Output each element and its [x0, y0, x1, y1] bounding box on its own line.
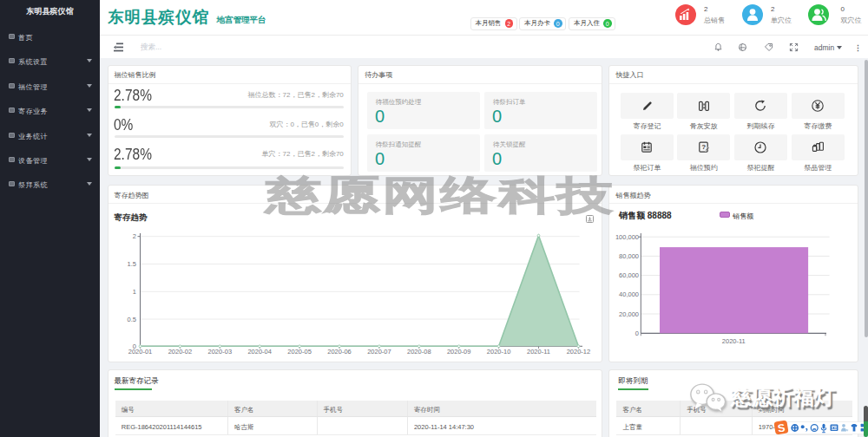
- svg-text:2020-03: 2020-03: [207, 348, 232, 355]
- svg-text:60,000: 60,000: [619, 271, 639, 279]
- svg-text:2020-09: 2020-09: [447, 348, 471, 355]
- svg-text:2020-11: 2020-11: [722, 337, 746, 345]
- svg-text:40,000: 40,000: [619, 290, 639, 298]
- svg-text:2020-10: 2020-10: [486, 348, 510, 355]
- svg-text:0: 0: [635, 329, 639, 337]
- svg-text:80,000: 80,000: [619, 252, 639, 260]
- svg-text:2020-07: 2020-07: [367, 348, 391, 355]
- svg-text:2020-04: 2020-04: [247, 348, 272, 355]
- svg-text:2020-06: 2020-06: [327, 348, 352, 355]
- svg-text:0.5: 0.5: [127, 316, 135, 323]
- svg-text:2020-12: 2020-12: [566, 348, 590, 355]
- svg-text:20,000: 20,000: [619, 310, 639, 318]
- svg-text:2020-08: 2020-08: [407, 348, 431, 355]
- svg-text:2020-11: 2020-11: [527, 348, 550, 355]
- svg-text:2020-02: 2020-02: [168, 348, 192, 355]
- svg-text:?: ?: [701, 142, 706, 150]
- svg-text:1.5: 1.5: [127, 260, 135, 268]
- svg-text:2: 2: [132, 232, 135, 240]
- svg-text:1: 1: [132, 288, 135, 296]
- svg-text:2020-05: 2020-05: [287, 348, 312, 355]
- svg-text:2020-01: 2020-01: [128, 348, 152, 355]
- svg-text:100,000: 100,000: [615, 233, 639, 241]
